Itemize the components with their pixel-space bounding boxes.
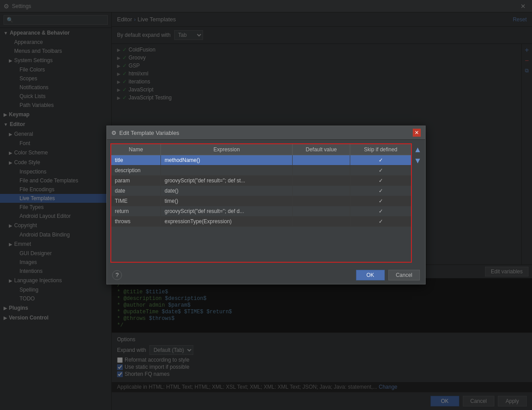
- modal-title-text: Edit Template Variables: [119, 130, 179, 136]
- modal-ok-button[interactable]: OK: [356, 270, 385, 280]
- modal-close-button[interactable]: ✕: [413, 129, 421, 137]
- cell-name: param: [111, 176, 161, 186]
- modal-title-bar: ⚙ Edit Template Variables ✕: [107, 126, 425, 140]
- table-row[interactable]: param groovyScript("def result=''; def s…: [111, 176, 411, 186]
- table-row[interactable]: return groovyScript("def result=''; def …: [111, 206, 411, 217]
- col-header-default: Default value: [293, 144, 350, 155]
- cell-skip: ✓: [350, 176, 412, 186]
- cell-default: [293, 155, 350, 166]
- move-up-button[interactable]: ▲: [414, 145, 422, 154]
- table-container: Name Expression Default value Skip if de…: [110, 143, 412, 263]
- cell-expression: methodName(): [161, 155, 293, 166]
- move-down-button[interactable]: ▼: [414, 156, 422, 166]
- col-header-expression: Expression: [161, 144, 293, 155]
- table-row[interactable]: description ✓: [111, 166, 411, 176]
- table-row-empty: [111, 227, 411, 262]
- cell-default: [293, 196, 350, 206]
- cell-name: description: [111, 166, 161, 176]
- variables-table: Name Expression Default value Skip if de…: [110, 143, 412, 263]
- table-row[interactable]: TIME time() ✓: [111, 196, 411, 206]
- cell-default: [293, 217, 350, 227]
- cell-expression: groovyScript("def result=''; def st...: [161, 176, 293, 186]
- cell-default: [293, 166, 350, 176]
- cell-default: [293, 176, 350, 186]
- cell-skip: ✓: [350, 186, 412, 196]
- modal-overlay: ⚙ Edit Template Variables ✕ Name Express…: [0, 0, 532, 410]
- cell-name: return: [111, 206, 161, 217]
- table-row[interactable]: throws expressionType(Expression) ✓: [111, 217, 411, 227]
- cell-name: date: [111, 186, 161, 196]
- table-arrow-controls: ▲ ▼: [414, 143, 422, 263]
- col-header-skip: Skip if defined: [350, 144, 412, 155]
- table-row[interactable]: date date() ✓: [111, 186, 411, 196]
- table-row[interactable]: title methodName() ✓: [111, 155, 411, 166]
- cell-default: [293, 206, 350, 217]
- cell-default: [293, 186, 350, 196]
- cell-expression: expressionType(Expression): [161, 217, 293, 227]
- cell-skip: ✓: [350, 155, 412, 166]
- cell-expression: [161, 166, 293, 176]
- modal-footer: ? OK Cancel: [107, 266, 425, 284]
- col-header-name: Name: [111, 144, 161, 155]
- cell-name: title: [111, 155, 161, 166]
- cell-name: TIME: [111, 196, 161, 206]
- table-with-controls: Name Expression Default value Skip if de…: [110, 143, 422, 263]
- cell-expression: date(): [161, 186, 293, 196]
- modal-body: Name Expression Default value Skip if de…: [107, 140, 425, 266]
- cell-name: throws: [111, 217, 161, 227]
- modal-dialog: ⚙ Edit Template Variables ✕ Name Express…: [106, 126, 426, 284]
- cell-skip: ✓: [350, 217, 412, 227]
- modal-cancel-button[interactable]: Cancel: [388, 270, 420, 280]
- help-button[interactable]: ?: [112, 270, 122, 280]
- cell-expression: groovyScript("def result=''; def d...: [161, 206, 293, 217]
- modal-title: ⚙ Edit Template Variables: [111, 130, 179, 136]
- cell-expression: time(): [161, 196, 293, 206]
- modal-buttons: OK Cancel: [356, 270, 420, 280]
- cell-skip: ✓: [350, 196, 412, 206]
- cell-skip: ✓: [350, 206, 412, 217]
- modal-icon: ⚙: [111, 130, 117, 136]
- cell-skip: ✓: [350, 166, 412, 176]
